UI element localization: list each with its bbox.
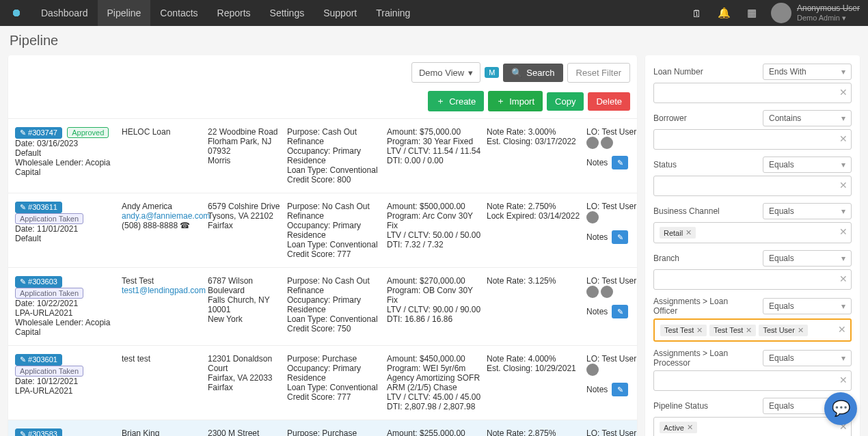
filter-chip[interactable]: Test User ✕ bbox=[759, 325, 807, 336]
app-logo bbox=[8, 5, 25, 21]
import-button[interactable]: ＋ Import bbox=[488, 91, 543, 111]
calendar-icon[interactable]: 🗓 bbox=[688, 3, 707, 23]
nav-tab-contacts[interactable]: Contacts bbox=[150, 0, 207, 26]
loan-row[interactable]: ✎ #303603 Application Taken Date: 10/22/… bbox=[8, 267, 637, 345]
reset-filter-button[interactable]: Reset Filter bbox=[567, 63, 630, 83]
assignee-avatar[interactable] bbox=[601, 286, 613, 298]
user-menu[interactable]: Anonymous User Demo Admin ▾ bbox=[771, 3, 860, 23]
phone-icon[interactable]: ☎ bbox=[180, 221, 190, 230]
loan-col-6: Note Rate: 2.875% bbox=[487, 428, 582, 436]
loan-date: Date: 03/16/2023 bbox=[15, 139, 118, 148]
filter-op-select[interactable]: Equals▾ bbox=[763, 203, 852, 219]
create-label: Create bbox=[449, 96, 476, 107]
lo-name: LO: Test User bbox=[586, 127, 637, 137]
filter-clear-icon[interactable]: ✕ bbox=[839, 87, 847, 98]
filter-status: Status Equals▾✕ bbox=[653, 156, 852, 196]
filter-input[interactable] bbox=[653, 176, 852, 196]
filter-input[interactable] bbox=[653, 269, 852, 290]
filter-label: Borrower bbox=[653, 113, 687, 123]
filter-op-select[interactable]: Equals▾ bbox=[763, 156, 852, 173]
notes-label: Notes bbox=[586, 232, 608, 242]
filter-clear-icon[interactable]: ✕ bbox=[839, 273, 847, 284]
chip-remove-icon[interactable]: ✕ bbox=[686, 228, 692, 237]
filter-input[interactable] bbox=[653, 83, 852, 103]
filter-op-select[interactable]: Equals▾ bbox=[763, 350, 852, 366]
delete-button[interactable]: Delete bbox=[588, 92, 630, 111]
nav-tab-dashboard[interactable]: Dashboard bbox=[31, 0, 98, 26]
loan-date: Date: 10/12/2021 bbox=[15, 377, 118, 386]
create-button[interactable]: ＋ Create bbox=[428, 91, 484, 111]
loan-row[interactable]: ✎ #303747 Approved Date: 03/16/2023 Defa… bbox=[8, 118, 637, 193]
loan-row[interactable]: ✎ #303601 Application Taken Date: 10/12/… bbox=[8, 345, 637, 420]
status-tag: Application Taken bbox=[15, 366, 83, 377]
loan-col-6: Note Rate: 3.125% bbox=[487, 276, 582, 286]
filters: Loan Number Ends With▾✕Borrower Contains… bbox=[645, 55, 860, 436]
apps-grid-icon[interactable]: ▦ bbox=[742, 3, 761, 23]
loan-sub1: LPA-URLA2021 bbox=[15, 308, 118, 318]
copy-button[interactable]: Copy bbox=[547, 92, 584, 111]
chip-remove-icon[interactable]: ✕ bbox=[746, 326, 752, 335]
nav-tab-support[interactable]: Support bbox=[314, 0, 366, 26]
filter-pipeline_status: Pipeline Status Equals▾Active ✕✕ bbox=[653, 398, 852, 436]
loan-col-3: 2300 M Street NorthwestWashington, DC 20… bbox=[208, 428, 283, 436]
assignee-avatar[interactable] bbox=[586, 137, 599, 149]
filter-op-select[interactable]: Contains▾ bbox=[763, 110, 852, 126]
filter-op-select[interactable]: Ends With▾ bbox=[763, 64, 852, 80]
filter-clear-icon[interactable]: ✕ bbox=[839, 226, 847, 237]
edit-note-button[interactable]: ✎ bbox=[612, 156, 628, 169]
borrower-email[interactable]: andy.a@fanniemae.com bbox=[122, 211, 210, 221]
loan-row[interactable]: ✎ #303611 Application Taken Date: 11/01/… bbox=[8, 193, 637, 267]
filter-chip[interactable]: Test Test ✕ bbox=[660, 325, 707, 336]
assignee-avatar[interactable] bbox=[586, 286, 599, 298]
loan-col-5: Amount: $450,000.00Program: WEI 5yr/6m A… bbox=[387, 354, 483, 411]
edit-note-button[interactable]: ✎ bbox=[612, 383, 628, 396]
chat-bubble[interactable]: 💬 bbox=[824, 392, 857, 425]
filter-clear-icon[interactable]: ✕ bbox=[839, 374, 847, 385]
filter-chip[interactable]: Active ✕ bbox=[660, 422, 697, 433]
view-select[interactable]: Demo View ▾ bbox=[411, 62, 480, 83]
loan-list[interactable]: ✎ #303747 Approved Date: 03/16/2023 Defa… bbox=[8, 118, 637, 436]
nav-tab-pipeline[interactable]: Pipeline bbox=[98, 0, 151, 26]
loan-id-tag[interactable]: ✎ #303747 bbox=[15, 127, 62, 139]
borrower-name: HELOC Loan bbox=[122, 127, 204, 137]
assignee-avatar[interactable] bbox=[601, 137, 613, 149]
loan-col-6: Note Rate: 4.000%Est. Closing: 10/29/202… bbox=[487, 354, 582, 373]
notifications-icon[interactable]: 🔔 bbox=[715, 3, 734, 23]
filter-input[interactable] bbox=[653, 129, 852, 150]
filter-assign_lo: Assignments > Loan Officer Equals▾Test T… bbox=[653, 297, 852, 342]
loan-sub1: Default bbox=[15, 234, 118, 243]
filter-chip[interactable]: Test Test ✕ bbox=[709, 325, 756, 336]
edit-note-button[interactable]: ✎ bbox=[612, 230, 628, 244]
borrower-email[interactable]: test1@lendingpad.com bbox=[122, 286, 206, 295]
filter-op-select[interactable]: Equals▾ bbox=[763, 298, 852, 314]
avatar bbox=[771, 3, 791, 23]
assignee-avatar[interactable] bbox=[586, 364, 599, 376]
search-label: Search bbox=[526, 68, 554, 78]
badge-m[interactable]: M bbox=[485, 67, 499, 78]
filter-clear-icon[interactable]: ✕ bbox=[838, 324, 846, 335]
search-icon: 🔍 bbox=[511, 68, 522, 78]
nav-tab-reports[interactable]: Reports bbox=[208, 0, 260, 26]
edit-note-button[interactable]: ✎ bbox=[612, 305, 628, 318]
chip-remove-icon[interactable]: ✕ bbox=[798, 326, 804, 335]
filter-op-select[interactable]: Equals▾ bbox=[763, 250, 852, 267]
filter-clear-icon[interactable]: ✕ bbox=[839, 133, 847, 144]
filter-chip[interactable]: Retail ✕ bbox=[660, 227, 696, 239]
filter-input[interactable] bbox=[653, 370, 852, 391]
chip-remove-icon[interactable]: ✕ bbox=[696, 326, 703, 335]
loan-row[interactable]: ✎ #303583 Application Taken Date: 09/07/… bbox=[8, 420, 637, 436]
filter-label: Pipeline Status bbox=[653, 401, 708, 411]
status-tag: Application Taken bbox=[15, 288, 83, 299]
chip-remove-icon[interactable]: ✕ bbox=[687, 423, 693, 432]
search-button[interactable]: 🔍 Search bbox=[503, 64, 562, 82]
loan-id-tag[interactable]: ✎ #303611 bbox=[15, 202, 62, 213]
loan-id-tag[interactable]: ✎ #303583 bbox=[15, 428, 62, 436]
nav-tab-training[interactable]: Training bbox=[366, 0, 420, 26]
filter-clear-icon[interactable]: ✕ bbox=[839, 180, 847, 191]
user-name: Anonymous User bbox=[797, 3, 860, 13]
nav-tab-settings[interactable]: Settings bbox=[260, 0, 314, 26]
assignee-avatar[interactable] bbox=[586, 211, 599, 223]
filter-label: Branch bbox=[653, 254, 679, 263]
loan-id-tag[interactable]: ✎ #303601 bbox=[15, 354, 62, 366]
loan-id-tag[interactable]: ✎ #303603 bbox=[15, 276, 62, 288]
